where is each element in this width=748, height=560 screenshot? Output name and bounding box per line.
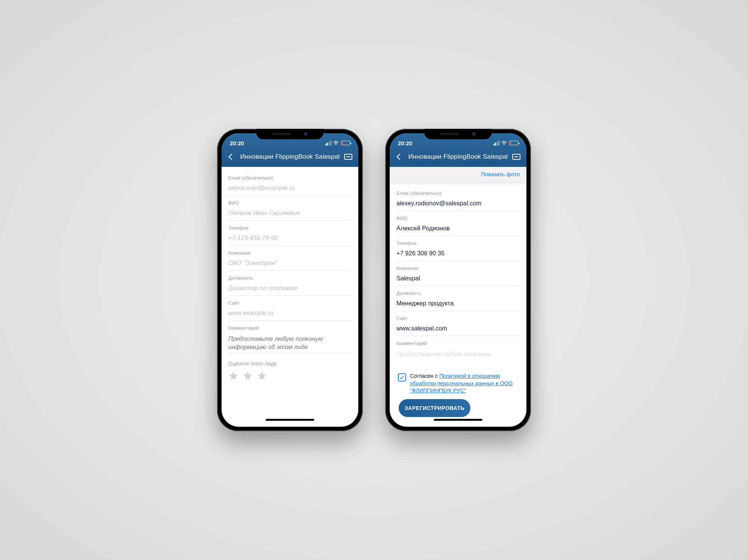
field-name: ФИО Алексей Родионов [396,211,520,236]
consent-text: Согласен с Политикой в отношении обработ… [410,373,518,395]
field-email: Email (обязательно) alexey.rodionov@sale… [396,186,520,211]
role-input[interactable] [228,283,352,296]
company-label: Компания [396,265,520,271]
comment-label: Комментарий [396,340,520,346]
field-role: Должность [228,271,352,296]
field-site: Сайт www.salespal.com [396,311,520,336]
scan-icon [344,154,352,160]
role-label: Должность [396,290,520,296]
back-button[interactable] [395,152,405,162]
consent-block: Согласен с Политикой в отношении обработ… [396,372,520,399]
site-label: Сайт [396,315,520,321]
company-value[interactable]: Salespal [396,273,520,286]
form-content[interactable]: Email (обязательно) alexey.rodionov@sale… [390,182,526,427]
scan-card-button[interactable] [511,152,521,162]
register-button[interactable]: ЗАРЕГИСТРИРОВАТЬ [399,399,470,417]
field-comment: Комментарий Предоставьте любую полезную [396,336,520,358]
subheader: Показать фото [390,167,526,182]
screen-right: 20:20 Инновации FlippingBook Salespal По… [390,133,526,427]
field-role: Должность Менеджер продукта [396,286,520,311]
company-input[interactable] [228,258,352,271]
star-icon[interactable] [242,370,253,381]
rating-stars[interactable] [228,370,352,381]
status-icons [494,140,519,146]
status-icons [325,140,350,146]
check-icon [399,375,405,380]
wifi-icon [333,140,339,146]
phone-label: Телефон [396,240,520,246]
name-input[interactable] [228,208,352,221]
battery-low-icon [509,141,518,145]
phone-notch [256,129,324,139]
field-email: Email (обязательно) [228,171,352,196]
email-label: Email (обязательно) [228,175,352,181]
email-label: Email (обязательно) [396,190,520,196]
nav-bar: Инновации FlippingBook Salespal [222,149,358,167]
rate-label: Оцените этого лида [228,361,352,367]
star-icon[interactable] [257,370,267,381]
phone-value[interactable]: +7 926 306 90 35 [396,248,520,261]
battery-low-icon [341,141,350,145]
field-name: ФИО [228,196,352,221]
screen-left: 20:20 Инновации FlippingBook Salespal Em… [222,133,358,427]
consent-prefix: Согласен с [410,373,439,379]
field-phone: Телефон +7 926 306 90 35 [396,236,520,261]
phone-input[interactable] [228,233,352,246]
star-icon[interactable] [228,370,239,381]
nav-bar: Инновации FlippingBook Salespal [390,149,526,167]
phone-mockup-right: 20:20 Инновации FlippingBook Salespal По… [385,129,531,431]
name-label: ФИО [228,200,352,206]
field-site: Сайт [228,296,352,321]
show-photo-link[interactable]: Показать фото [481,171,520,177]
field-company: Компания Salespal [396,261,520,286]
arrow-left-icon [229,154,235,160]
phone-label: Телефон [228,225,352,231]
wifi-icon [501,140,507,146]
page-title: Инновации FlippingBook Salespal [240,153,340,161]
comment-label: Комментарий [228,325,352,331]
email-value[interactable]: alexey.rodionov@salespal.com [396,198,520,211]
comment-peek[interactable]: Предоставьте любую полезную [396,348,520,358]
cellular-icon [325,140,332,146]
name-value[interactable]: Алексей Родионов [396,223,520,236]
company-label: Компания [228,250,352,256]
page-title: Инновации FlippingBook Salespal [408,153,508,161]
email-input[interactable] [228,183,352,196]
phone-mockup-left: 20:20 Инновации FlippingBook Salespal Em… [217,129,363,431]
scan-icon [512,154,520,160]
field-company: Компания [228,246,352,271]
site-label: Сайт [228,300,352,306]
role-value[interactable]: Менеджер продукта [396,298,520,311]
scan-card-button[interactable] [343,152,353,162]
site-input[interactable] [228,308,352,321]
cellular-icon [494,140,500,146]
field-comment: Комментарий [228,321,352,355]
field-phone: Телефон [228,221,352,246]
status-time: 20:20 [398,140,412,146]
form-content[interactable]: Email (обязательно) ФИО Телефон Компания… [222,167,358,427]
back-button[interactable] [227,152,237,162]
phone-notch [424,129,492,139]
name-label: ФИО [396,215,520,221]
site-value[interactable]: www.salespal.com [396,323,520,336]
arrow-left-icon [397,154,403,160]
status-time: 20:20 [230,140,244,146]
role-label: Должность [228,275,352,281]
consent-checkbox[interactable] [398,373,406,382]
comment-input[interactable] [228,333,352,353]
